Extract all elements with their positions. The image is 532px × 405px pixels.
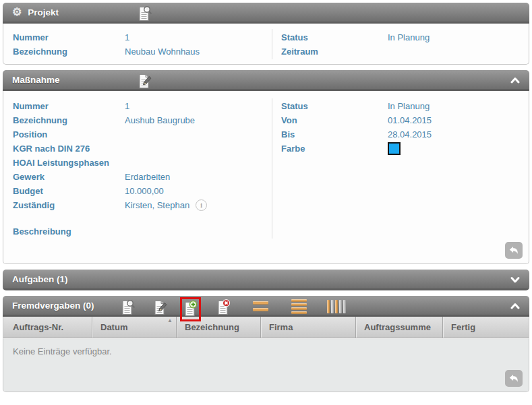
field-value: Neubau Wohnhaus xyxy=(125,46,200,57)
field-row: Status In Planung xyxy=(274,99,524,113)
collapse-chevron-icon[interactable] xyxy=(510,76,521,84)
field-row: Gewerk Erdarbeiten xyxy=(3,170,529,184)
field-label: Beschreibung xyxy=(3,226,125,237)
field-label: Bezeichnung xyxy=(3,115,125,125)
view-document-icon[interactable] xyxy=(119,299,136,317)
field-row: Bis 28.04.2015 xyxy=(274,127,524,142)
column-header-fertig[interactable]: Fertig xyxy=(443,317,529,338)
field-value: 28.04.2015 xyxy=(388,129,432,139)
field-label: Status xyxy=(274,32,388,42)
field-label: Farbe xyxy=(274,144,388,154)
field-label: Nummer xyxy=(3,32,125,42)
field-label: Zeitraum xyxy=(274,46,388,57)
add-icon-highlight xyxy=(180,297,201,321)
projekt-panel-header: ⚙ Projekt xyxy=(3,3,529,24)
field-value: 1 xyxy=(125,101,129,111)
column-label: Fertig xyxy=(451,322,475,332)
view-document-icon[interactable] xyxy=(136,5,152,23)
field-row: HOAI Leistungsphasen xyxy=(3,156,529,170)
column-label: Auftragssumme xyxy=(364,322,431,332)
field-label: Status xyxy=(274,101,388,111)
massnahme-title: Maßnahme xyxy=(12,75,60,85)
aufgaben-panel-header[interactable]: Aufgaben (1) xyxy=(3,270,529,290)
gear-icon: ⚙ xyxy=(12,7,22,18)
field-value: Erdarbeiten xyxy=(125,172,170,182)
table-body: Keine Einträge verfügbar. xyxy=(3,338,529,392)
column-label: Bezeichnung xyxy=(185,322,239,332)
field-label: Zuständig xyxy=(3,200,125,210)
column-label: Firma xyxy=(269,322,293,332)
edit-document-icon[interactable] xyxy=(152,299,168,317)
field-row: Zuständig Kirsten, Stephan i xyxy=(3,198,529,212)
expand-rows-icon[interactable] xyxy=(291,299,307,314)
info-icon[interactable]: i xyxy=(196,199,207,211)
column-header-datum[interactable]: Datum ▲ xyxy=(92,317,177,338)
field-label: HOAI Leistungsphasen xyxy=(3,158,125,168)
undo-button[interactable] xyxy=(505,370,523,387)
collapse-chevron-icon[interactable] xyxy=(510,302,521,310)
field-row: Status In Planung xyxy=(274,30,524,44)
collapse-rows-icon[interactable] xyxy=(253,301,268,311)
expand-chevron-icon[interactable] xyxy=(510,276,521,284)
column-header-auftragssumme[interactable]: Auftragssumme xyxy=(356,317,443,338)
massnahme-panel-header[interactable]: Maßnahme xyxy=(3,70,529,91)
field-value: 1 xyxy=(125,32,129,42)
projekt-title: Projekt xyxy=(28,7,59,18)
field-row: Von 01.04.2015 xyxy=(274,113,524,127)
fremdvergaben-panel: Fremdvergaben (0) xyxy=(3,296,529,392)
field-row: Farbe xyxy=(274,142,524,156)
fremdvergaben-title: Fremdvergaben (0) xyxy=(12,301,94,311)
field-value: Kirsten, Stephan xyxy=(125,200,189,210)
field-label: Von xyxy=(274,115,388,125)
field-row: Budget 10.000,00 xyxy=(3,184,529,198)
field-label: Position xyxy=(3,129,125,139)
field-label: Nummer xyxy=(3,101,125,111)
field-label: Budget xyxy=(3,186,125,196)
field-value: 01.04.2015 xyxy=(388,115,432,125)
field-row: Beschreibung xyxy=(3,224,529,239)
table-header-row: Auftrags-Nr. Datum ▲ Bezeichnung Firma A… xyxy=(3,317,529,338)
projekt-panel-body: Nummer 1 Bezeichnung Neubau Wohnhaus Sta… xyxy=(3,24,529,65)
massnahme-panel-body: Nummer 1 Bezeichnung Aushub Baugrube Pos… xyxy=(3,91,529,264)
sort-ascending-icon: ▲ xyxy=(167,318,173,323)
empty-message: Keine Einträge verfügbar. xyxy=(3,339,529,356)
fremdvergaben-panel-header[interactable]: Fremdvergaben (0) xyxy=(3,296,529,317)
columns-icon[interactable] xyxy=(327,300,346,313)
field-value: Aushub Baugrube xyxy=(125,115,195,125)
field-label: Bis xyxy=(274,129,388,139)
column-header-auftrags-nr[interactable]: Auftrags-Nr. xyxy=(3,317,92,338)
undo-button[interactable] xyxy=(505,242,523,259)
projekt-panel: ⚙ Projekt Nummer 1 Bezeichnung Neubau Wo… xyxy=(3,3,529,65)
field-value: In Planung xyxy=(388,32,430,42)
column-label: Datum xyxy=(100,322,127,332)
field-value: 10.000,00 xyxy=(125,186,164,196)
field-value: In Planung xyxy=(388,101,430,111)
field-label: KGR nach DIN 276 xyxy=(3,144,125,154)
aufgaben-panel: Aufgaben (1) xyxy=(3,270,529,290)
field-row: Zeitraum xyxy=(274,44,524,59)
field-label: Bezeichnung xyxy=(3,46,125,57)
aufgaben-title: Aufgaben (1) xyxy=(12,274,68,284)
page: ⚙ Projekt Nummer 1 Bezeichnung Neubau Wo… xyxy=(0,0,532,395)
add-document-icon[interactable] xyxy=(182,300,198,318)
massnahme-panel: Maßnahme Nummer 1 Bezeichnung Aushub Bau xyxy=(3,70,529,264)
column-header-firma[interactable]: Firma xyxy=(261,317,356,338)
farbe-swatch xyxy=(388,142,401,155)
delete-document-icon[interactable] xyxy=(215,299,231,317)
column-label: Auftrags-Nr. xyxy=(13,322,63,332)
field-label: Gewerk xyxy=(3,172,125,182)
edit-document-icon[interactable] xyxy=(136,72,152,90)
